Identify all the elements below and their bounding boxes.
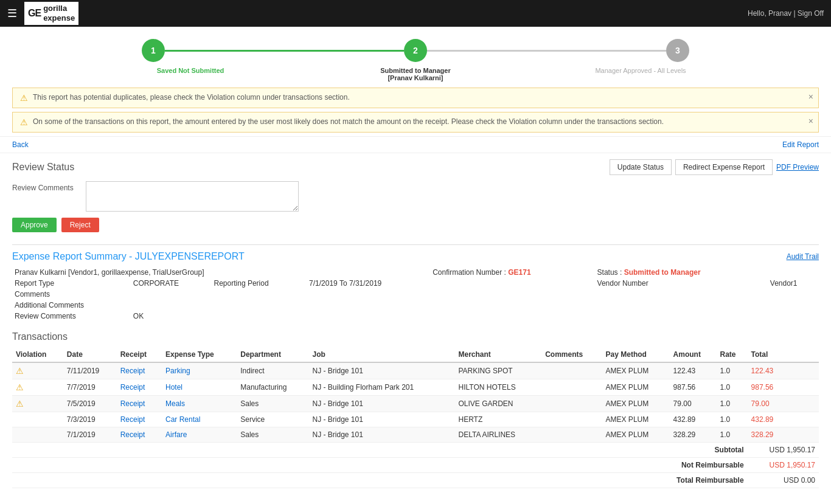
transactions-title: Transactions (12, 331, 819, 342)
transactions-table: Violation Date Receipt Expense Type Depa… (12, 347, 819, 488)
cell-receipt: Receipt (117, 396, 162, 412)
cell-rate: 1.0 (717, 362, 748, 379)
cell-amount: 122.43 (670, 362, 717, 379)
alert-2-close[interactable]: × (808, 116, 813, 126)
conf-label: Confirmation Number : GE171 (430, 267, 594, 278)
cell-job: NJ - Building Florham Park 201 (308, 379, 454, 396)
cell-amount: 432.89 (670, 412, 717, 427)
review-section: Review Status Update Status Redirect Exp… (0, 153, 831, 238)
cell-total: 79.00 (748, 396, 819, 412)
cell-merchant: OLIVE GARDEN (454, 396, 541, 412)
totals-value: USD 1,950.17 (748, 443, 819, 458)
cell-expense-type: Airfare (162, 427, 237, 443)
table-header-row: Violation Date Receipt Expense Type Depa… (12, 347, 819, 362)
edit-report-link[interactable]: Edit Report (782, 140, 819, 149)
summary-section: Expense Report Summary - JULYEXPENSEREPO… (0, 251, 831, 331)
col-expense-type: Expense Type (162, 347, 237, 362)
cell-department: Sales (237, 427, 308, 443)
step-2-circle: 2 (404, 39, 427, 62)
divider-1 (12, 244, 819, 245)
cell-pay-method: AMEX PLUM (602, 396, 670, 412)
back-link[interactable]: Back (12, 140, 29, 149)
alert-1-icon: ⚠ (20, 93, 28, 103)
report-type-label: Report Type (12, 278, 131, 289)
cell-date: 7/3/2019 (63, 412, 117, 427)
cell-total: 328.29 (748, 427, 819, 443)
cell-expense-type: Car Rental (162, 412, 237, 427)
summary-title: Expense Report Summary - JULYEXPENSEREPO… (12, 251, 245, 262)
summary-info-table: Pranav Kulkarni [Vendor1, gorillaexpense… (12, 267, 819, 322)
cell-violation: ⚠ (12, 362, 63, 379)
vendor-number-label: Vendor Number (595, 278, 768, 289)
status-cell: Status : Submitted to Manager (595, 267, 768, 278)
cell-comments (541, 362, 602, 379)
empty-cell-1 (430, 278, 594, 289)
logo-ge-text: GE (28, 8, 41, 19)
cell-receipt: Receipt (117, 362, 162, 379)
progress-line-1 (165, 50, 404, 52)
logo-name: gorilla expense (43, 4, 75, 22)
cell-date: 7/1/2019 (63, 427, 117, 443)
table-row: 7/1/2019ReceiptAirfareSalesNJ - Bridge 1… (12, 427, 819, 443)
cell-amount: 79.00 (670, 396, 717, 412)
logo: GE gorilla expense (24, 2, 78, 24)
alert-2-text: On some of the transactions on this repo… (33, 117, 664, 126)
review-header: Review Status Update Status Redirect Exp… (12, 159, 819, 175)
cell-job: NJ - Bridge 101 (308, 362, 454, 379)
cell-comments (541, 427, 602, 443)
review-comments-textarea[interactable] (86, 181, 299, 212)
cell-pay-method: AMEX PLUM (602, 379, 670, 396)
cell-date: 7/11/2019 (63, 362, 117, 379)
alert-1-close[interactable]: × (808, 92, 813, 102)
cell-job: NJ - Bridge 101 (308, 396, 454, 412)
col-department: Department (237, 347, 308, 362)
cell-rate: 1.0 (717, 412, 748, 427)
update-status-button[interactable]: Update Status (610, 159, 672, 175)
audit-trail-link[interactable]: Audit Trail (787, 252, 819, 261)
summary-header: Expense Report Summary - JULYEXPENSEREPO… (12, 251, 819, 262)
transactions-section: Transactions Violation Date Receipt Expe… (0, 331, 831, 500)
alert-1: ⚠ This report has potential duplicates, … (12, 88, 819, 108)
review-comments-summary-label: Review Comments (12, 311, 131, 322)
totals-label: Total Reimbursable (12, 473, 748, 488)
approve-button[interactable]: Approve (12, 218, 57, 232)
totals-row: Subtotal USD 1,950.17 (12, 443, 819, 458)
additional-comments-value (131, 300, 819, 311)
reporting-period-value: 7/1/2019 To 7/31/2019 (307, 278, 430, 289)
hamburger-icon[interactable]: ☰ (7, 7, 17, 20)
cell-merchant: HERTZ (454, 412, 541, 427)
col-total: Total (748, 347, 819, 362)
col-receipt: Receipt (117, 347, 162, 362)
cell-merchant: DELTA AIRLINES (454, 427, 541, 443)
cell-receipt: Receipt (117, 427, 162, 443)
table-row: ⚠7/11/2019ReceiptParkingIndirectNJ - Bri… (12, 362, 819, 379)
cell-violation: ⚠ (12, 379, 63, 396)
redirect-button[interactable]: Redirect Expense Report (675, 159, 773, 175)
table-row: ⚠7/5/2019ReceiptMealsSalesNJ - Bridge 10… (12, 396, 819, 412)
reject-button[interactable]: Reject (61, 218, 99, 232)
cell-date: 7/5/2019 (63, 396, 117, 412)
cell-date: 7/7/2019 (63, 379, 117, 396)
warning-icon: ⚠ (16, 366, 24, 376)
user-info: Pranav Kulkarni [Vendor1, gorillaexpense… (12, 267, 430, 278)
cell-rate: 1.0 (717, 379, 748, 396)
reporting-period-label: Reporting Period (212, 278, 307, 289)
pdf-preview-button[interactable]: PDF Preview (776, 163, 819, 171)
cell-total: 122.43 (748, 362, 819, 379)
step-2-label: Submitted to Manager [Pranav Kulkarni] (367, 67, 464, 81)
cell-department: Service (237, 412, 308, 427)
comments-value (131, 289, 819, 300)
progress-section: 1 2 3 Saved Not Submitted Submitted to M… (0, 27, 831, 88)
cell-pay-method: AMEX PLUM (602, 427, 670, 443)
cell-rate: 1.0 (717, 427, 748, 443)
col-violation: Violation (12, 347, 63, 362)
step-3-circle: 3 (666, 39, 689, 62)
alerts-container: ⚠ This report has potential duplicates, … (0, 88, 831, 133)
col-comments: Comments (541, 347, 602, 362)
vendor-number-value: Vendor1 (768, 278, 819, 289)
step-1-label: Saved Not Submitted (142, 67, 239, 81)
alert-1-text: This report has potential duplicates, pl… (33, 93, 350, 102)
cell-total: 432.89 (748, 412, 819, 427)
warning-icon: ⚠ (16, 382, 24, 392)
comments-label: Comments (12, 289, 131, 300)
